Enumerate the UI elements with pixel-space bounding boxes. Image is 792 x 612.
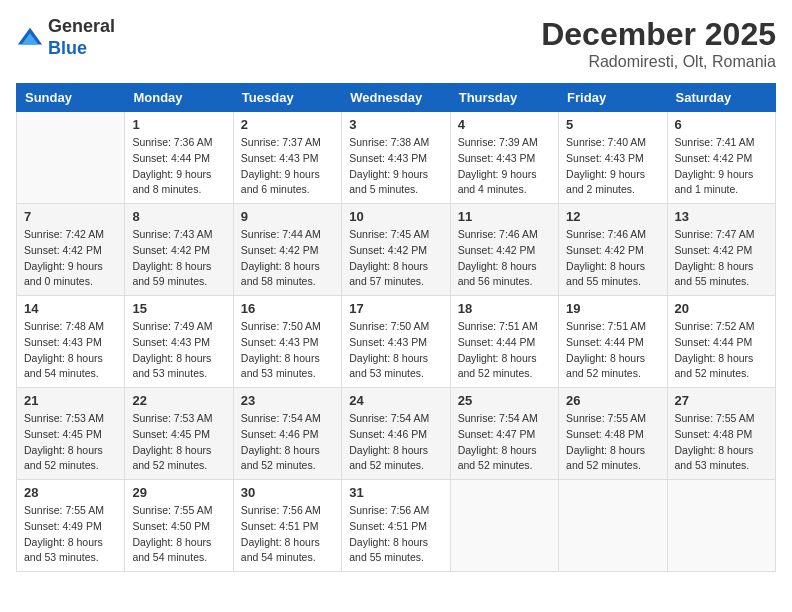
day-number: 31	[349, 485, 442, 500]
day-number: 18	[458, 301, 551, 316]
calendar-cell: 10Sunrise: 7:45 AMSunset: 4:42 PMDayligh…	[342, 204, 450, 296]
calendar-header-saturday: Saturday	[667, 84, 775, 112]
calendar-cell: 20Sunrise: 7:52 AMSunset: 4:44 PMDayligh…	[667, 296, 775, 388]
day-number: 2	[241, 117, 334, 132]
day-info: Sunrise: 7:54 AMSunset: 4:47 PMDaylight:…	[458, 411, 551, 474]
calendar-cell: 31Sunrise: 7:56 AMSunset: 4:51 PMDayligh…	[342, 480, 450, 572]
calendar-cell: 2Sunrise: 7:37 AMSunset: 4:43 PMDaylight…	[233, 112, 341, 204]
logo-general: General	[48, 16, 115, 38]
calendar-week-row: 1Sunrise: 7:36 AMSunset: 4:44 PMDaylight…	[17, 112, 776, 204]
calendar-cell: 23Sunrise: 7:54 AMSunset: 4:46 PMDayligh…	[233, 388, 341, 480]
month-title: December 2025	[541, 16, 776, 53]
day-number: 1	[132, 117, 225, 132]
calendar-cell: 28Sunrise: 7:55 AMSunset: 4:49 PMDayligh…	[17, 480, 125, 572]
day-info: Sunrise: 7:50 AMSunset: 4:43 PMDaylight:…	[241, 319, 334, 382]
calendar-header-tuesday: Tuesday	[233, 84, 341, 112]
calendar-cell: 11Sunrise: 7:46 AMSunset: 4:42 PMDayligh…	[450, 204, 558, 296]
day-number: 25	[458, 393, 551, 408]
title-section: December 2025 Radomiresti, Olt, Romania	[541, 16, 776, 71]
calendar-cell: 14Sunrise: 7:48 AMSunset: 4:43 PMDayligh…	[17, 296, 125, 388]
calendar-cell: 4Sunrise: 7:39 AMSunset: 4:43 PMDaylight…	[450, 112, 558, 204]
day-number: 29	[132, 485, 225, 500]
calendar-cell: 26Sunrise: 7:55 AMSunset: 4:48 PMDayligh…	[559, 388, 667, 480]
day-info: Sunrise: 7:39 AMSunset: 4:43 PMDaylight:…	[458, 135, 551, 198]
day-info: Sunrise: 7:37 AMSunset: 4:43 PMDaylight:…	[241, 135, 334, 198]
day-info: Sunrise: 7:55 AMSunset: 4:48 PMDaylight:…	[675, 411, 768, 474]
day-number: 5	[566, 117, 659, 132]
day-info: Sunrise: 7:55 AMSunset: 4:48 PMDaylight:…	[566, 411, 659, 474]
day-info: Sunrise: 7:49 AMSunset: 4:43 PMDaylight:…	[132, 319, 225, 382]
calendar-cell: 21Sunrise: 7:53 AMSunset: 4:45 PMDayligh…	[17, 388, 125, 480]
calendar-header-thursday: Thursday	[450, 84, 558, 112]
day-number: 30	[241, 485, 334, 500]
calendar-table: SundayMondayTuesdayWednesdayThursdayFrid…	[16, 83, 776, 572]
day-info: Sunrise: 7:52 AMSunset: 4:44 PMDaylight:…	[675, 319, 768, 382]
day-info: Sunrise: 7:51 AMSunset: 4:44 PMDaylight:…	[566, 319, 659, 382]
logo: General Blue	[16, 16, 115, 59]
calendar-week-row: 14Sunrise: 7:48 AMSunset: 4:43 PMDayligh…	[17, 296, 776, 388]
calendar-header-row: SundayMondayTuesdayWednesdayThursdayFrid…	[17, 84, 776, 112]
day-number: 12	[566, 209, 659, 224]
calendar-cell: 29Sunrise: 7:55 AMSunset: 4:50 PMDayligh…	[125, 480, 233, 572]
calendar-cell: 16Sunrise: 7:50 AMSunset: 4:43 PMDayligh…	[233, 296, 341, 388]
day-number: 21	[24, 393, 117, 408]
calendar-cell	[17, 112, 125, 204]
calendar-cell: 13Sunrise: 7:47 AMSunset: 4:42 PMDayligh…	[667, 204, 775, 296]
day-info: Sunrise: 7:41 AMSunset: 4:42 PMDaylight:…	[675, 135, 768, 198]
calendar-week-row: 7Sunrise: 7:42 AMSunset: 4:42 PMDaylight…	[17, 204, 776, 296]
day-info: Sunrise: 7:48 AMSunset: 4:43 PMDaylight:…	[24, 319, 117, 382]
calendar-cell: 6Sunrise: 7:41 AMSunset: 4:42 PMDaylight…	[667, 112, 775, 204]
day-number: 22	[132, 393, 225, 408]
day-info: Sunrise: 7:53 AMSunset: 4:45 PMDaylight:…	[132, 411, 225, 474]
day-number: 8	[132, 209, 225, 224]
day-info: Sunrise: 7:53 AMSunset: 4:45 PMDaylight:…	[24, 411, 117, 474]
day-info: Sunrise: 7:46 AMSunset: 4:42 PMDaylight:…	[458, 227, 551, 290]
page-header: General Blue December 2025 Radomiresti, …	[16, 16, 776, 71]
day-number: 27	[675, 393, 768, 408]
day-info: Sunrise: 7:40 AMSunset: 4:43 PMDaylight:…	[566, 135, 659, 198]
calendar-cell	[667, 480, 775, 572]
calendar-header-sunday: Sunday	[17, 84, 125, 112]
day-info: Sunrise: 7:56 AMSunset: 4:51 PMDaylight:…	[349, 503, 442, 566]
calendar-cell: 18Sunrise: 7:51 AMSunset: 4:44 PMDayligh…	[450, 296, 558, 388]
calendar-cell	[559, 480, 667, 572]
day-info: Sunrise: 7:54 AMSunset: 4:46 PMDaylight:…	[241, 411, 334, 474]
day-number: 26	[566, 393, 659, 408]
day-number: 15	[132, 301, 225, 316]
day-number: 3	[349, 117, 442, 132]
day-number: 4	[458, 117, 551, 132]
calendar-cell: 22Sunrise: 7:53 AMSunset: 4:45 PMDayligh…	[125, 388, 233, 480]
day-number: 20	[675, 301, 768, 316]
calendar-cell: 8Sunrise: 7:43 AMSunset: 4:42 PMDaylight…	[125, 204, 233, 296]
day-info: Sunrise: 7:56 AMSunset: 4:51 PMDaylight:…	[241, 503, 334, 566]
day-info: Sunrise: 7:38 AMSunset: 4:43 PMDaylight:…	[349, 135, 442, 198]
calendar-cell: 15Sunrise: 7:49 AMSunset: 4:43 PMDayligh…	[125, 296, 233, 388]
logo-text: General Blue	[48, 16, 115, 59]
day-number: 13	[675, 209, 768, 224]
day-number: 7	[24, 209, 117, 224]
calendar-header-monday: Monday	[125, 84, 233, 112]
calendar-cell: 7Sunrise: 7:42 AMSunset: 4:42 PMDaylight…	[17, 204, 125, 296]
calendar-cell: 12Sunrise: 7:46 AMSunset: 4:42 PMDayligh…	[559, 204, 667, 296]
calendar-week-row: 21Sunrise: 7:53 AMSunset: 4:45 PMDayligh…	[17, 388, 776, 480]
calendar-cell: 1Sunrise: 7:36 AMSunset: 4:44 PMDaylight…	[125, 112, 233, 204]
calendar-cell: 3Sunrise: 7:38 AMSunset: 4:43 PMDaylight…	[342, 112, 450, 204]
calendar-header-friday: Friday	[559, 84, 667, 112]
location: Radomiresti, Olt, Romania	[541, 53, 776, 71]
calendar-cell: 25Sunrise: 7:54 AMSunset: 4:47 PMDayligh…	[450, 388, 558, 480]
calendar-header-wednesday: Wednesday	[342, 84, 450, 112]
calendar-cell: 24Sunrise: 7:54 AMSunset: 4:46 PMDayligh…	[342, 388, 450, 480]
day-info: Sunrise: 7:45 AMSunset: 4:42 PMDaylight:…	[349, 227, 442, 290]
day-number: 24	[349, 393, 442, 408]
logo-icon	[16, 24, 44, 52]
calendar-cell: 19Sunrise: 7:51 AMSunset: 4:44 PMDayligh…	[559, 296, 667, 388]
calendar-cell: 9Sunrise: 7:44 AMSunset: 4:42 PMDaylight…	[233, 204, 341, 296]
day-info: Sunrise: 7:51 AMSunset: 4:44 PMDaylight:…	[458, 319, 551, 382]
day-info: Sunrise: 7:42 AMSunset: 4:42 PMDaylight:…	[24, 227, 117, 290]
day-number: 19	[566, 301, 659, 316]
day-number: 16	[241, 301, 334, 316]
day-number: 14	[24, 301, 117, 316]
calendar-cell: 5Sunrise: 7:40 AMSunset: 4:43 PMDaylight…	[559, 112, 667, 204]
day-number: 6	[675, 117, 768, 132]
day-number: 23	[241, 393, 334, 408]
